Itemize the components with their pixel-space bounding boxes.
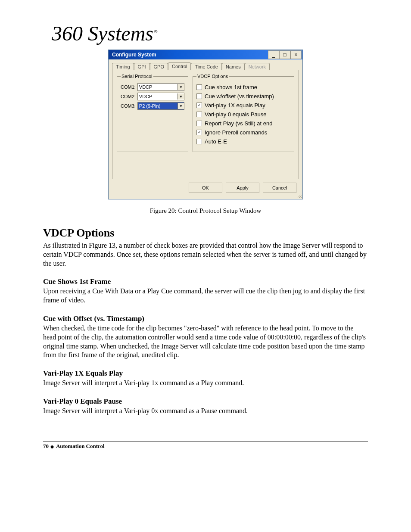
window-title: Configure System [112, 52, 268, 58]
close-button[interactable]: × [290, 50, 302, 59]
apply-button[interactable]: Apply [226, 183, 259, 193]
vdcp-option-label: Auto E-E [205, 138, 227, 145]
subsection-heading: Cue with Offset (vs. Timestamp) [43, 314, 368, 323]
vdcp-option-row: Report Play (vs Still) at end [196, 120, 290, 127]
tab-network: Network [245, 63, 270, 70]
checkbox[interactable] [196, 121, 202, 126]
tab-gpi[interactable]: GPI [134, 63, 150, 70]
checkbox[interactable] [196, 84, 202, 90]
trademark-symbol: ® [154, 29, 157, 34]
com1-row: COM1:VDCP▼ [121, 83, 184, 91]
subsection-body: Image Server will interpret a Vari-play … [43, 379, 368, 388]
com2-label: COM2: [121, 94, 136, 99]
com3-label: COM3: [121, 103, 136, 109]
tab-time-code[interactable]: Time Code [191, 63, 221, 70]
vdcp-options-legend: VDCP Options [196, 74, 229, 79]
com2-select[interactable]: VDCP▼ [137, 93, 184, 100]
checkbox[interactable] [196, 112, 202, 117]
subsection-body: Upon receiving a Cue With Data or a Play… [43, 287, 368, 305]
footer-bullet-icon: ● [50, 443, 56, 450]
logo-text: 360 Systems [52, 22, 153, 45]
com1-label: COM1: [121, 84, 136, 90]
serial-protocol-legend: Serial Protocol [121, 74, 153, 79]
apply-button-label: Apply [237, 185, 249, 190]
minimize-button[interactable]: _ [268, 50, 279, 59]
vdcp-option-label: Ignore Preroll commands [205, 129, 267, 136]
vdcp-option-row: Auto E-E [196, 138, 290, 145]
subsection-body: Image Server will interpret a Vari-play … [43, 407, 368, 416]
vdcp-option-row: ✓Vari-play 1X equals Play [196, 102, 290, 109]
vdcp-option-label: Cue w/offset (vs timestamp) [205, 93, 274, 100]
resize-grip-icon [296, 193, 302, 198]
vdcp-options-group: VDCP Options Cue shows 1st frameCue w/of… [193, 74, 294, 152]
tab-panel-control: Serial Protocol COM1:VDCP▼COM2:VDCP▼COM3… [112, 70, 299, 179]
tab-control[interactable]: Control [168, 62, 191, 70]
chevron-down-icon[interactable]: ▼ [177, 103, 184, 109]
com3-row: COM3:P2 (9-Pin)▼ [121, 102, 184, 110]
section-intro: As illustrated in Figure 13, a number of… [43, 241, 368, 268]
tab-names[interactable]: Names [222, 63, 245, 70]
page-number: 70 [43, 443, 49, 449]
subsection-heading: Vari-Play 0 Equals Pause [43, 397, 368, 406]
vdcp-option-row: ✓Ignore Preroll commands [196, 129, 290, 136]
vdcp-option-label: Report Play (vs Still) at end [205, 120, 273, 127]
checkbox[interactable]: ✓ [196, 130, 202, 135]
svg-line-2 [301, 197, 302, 198]
close-icon: × [294, 52, 297, 57]
com1-select[interactable]: VDCP▼ [137, 83, 184, 91]
chevron-down-icon[interactable]: ▼ [177, 84, 184, 90]
vdcp-option-row: Vari-play 0 equals Pause [196, 111, 290, 118]
vdcp-option-label: Vari-play 1X equals Play [205, 102, 265, 109]
tab-timing[interactable]: Timing [112, 63, 134, 70]
tab-strip: TimingGPIGPOControlTime CodeNamesNetwork [109, 59, 302, 70]
subsection-heading: Vari-Play 1X Equals Play [43, 369, 368, 378]
page-footer: 70 ● Automation Control [43, 442, 368, 451]
vdcp-option-row: Cue w/offset (vs timestamp) [196, 93, 290, 100]
subsection-heading: Cue Shows 1st Frame [43, 277, 368, 286]
vdcp-option-row: Cue shows 1st frame [196, 84, 290, 90]
vdcp-option-label: Cue shows 1st frame [205, 84, 257, 90]
checkbox[interactable] [196, 93, 202, 99]
ok-button[interactable]: OK [189, 183, 222, 193]
footer-section: Automation Control [56, 443, 105, 449]
configure-system-dialog: Configure System _ □ × TimingGPIGPOContr… [108, 50, 303, 199]
checkbox[interactable] [196, 139, 202, 144]
maximize-icon: □ [283, 52, 286, 57]
com2-row: COM2:VDCP▼ [121, 93, 184, 100]
chevron-down-icon[interactable]: ▼ [177, 93, 184, 100]
figure-caption: Figure 20: Control Protocol Setup Window [43, 207, 368, 215]
vdcp-option-label: Vari-play 0 equals Pause [205, 111, 267, 118]
com3-value: P2 (9-Pin) [138, 103, 177, 109]
section-heading-vdcp-options: VDCP Options [43, 227, 368, 240]
com3-select[interactable]: P2 (9-Pin)▼ [137, 102, 184, 110]
minimize-icon: _ [272, 52, 275, 57]
serial-protocol-group: Serial Protocol COM1:VDCP▼COM2:VDCP▼COM3… [117, 74, 188, 152]
maximize-button[interactable]: □ [279, 50, 290, 59]
ok-button-label: OK [202, 185, 209, 190]
cancel-button-label: Cancel [272, 185, 287, 190]
dialog-button-row: OK Apply Cancel [109, 183, 302, 199]
com1-value: VDCP [138, 84, 177, 90]
checkbox[interactable]: ✓ [196, 103, 202, 108]
titlebar[interactable]: Configure System _ □ × [109, 50, 302, 59]
com2-value: VDCP [138, 94, 177, 99]
brand-logo: 360 Systems® [52, 22, 368, 45]
cancel-button[interactable]: Cancel [263, 183, 296, 193]
tab-gpo[interactable]: GPO [150, 63, 168, 70]
subsection-body: When checked, the time code for the clip… [43, 324, 368, 360]
